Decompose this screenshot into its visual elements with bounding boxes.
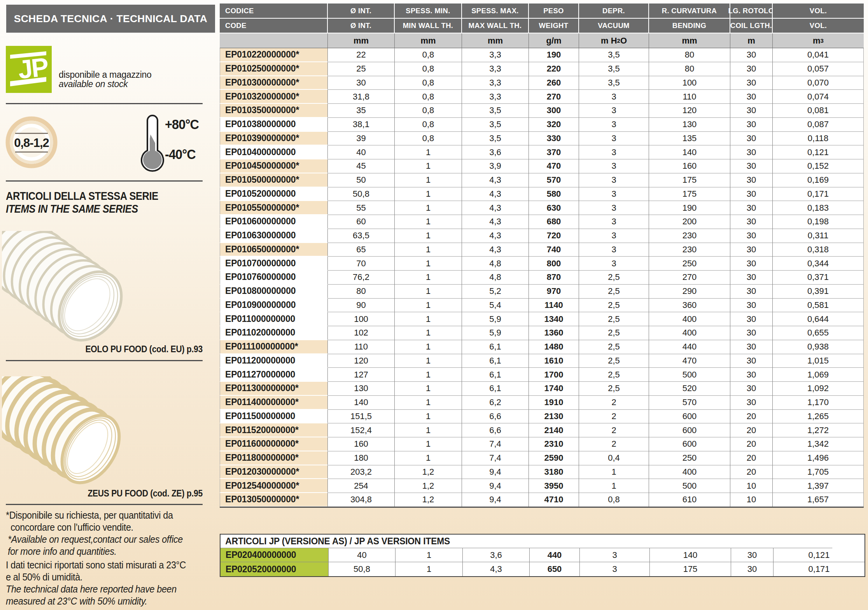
svg-text:JP: JP: [17, 52, 50, 84]
svg-text:0,8-1,2: 0,8-1,2: [14, 136, 49, 150]
